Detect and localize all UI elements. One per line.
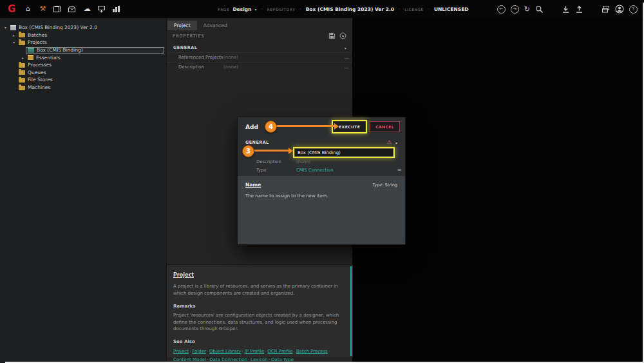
step-3-badge: 3: [242, 145, 254, 157]
folder-icon: [19, 41, 25, 45]
grooper-logo: G: [8, 3, 15, 15]
tree-item-queues[interactable]: Queues: [0, 69, 166, 77]
add-dialog: Add EXECUTE CANCEL GENERAL ⚠ ▾ Descripti…: [237, 117, 406, 245]
tree-item-label: Box (CMIS Binding 2023) Ver 2.0: [19, 25, 97, 30]
doc-see-also-heading: See Also: [173, 339, 343, 344]
license-value: UNLICENSED: [434, 6, 469, 12]
menu-icon[interactable]: ≡: [393, 167, 405, 173]
general-section-label: GENERAL: [173, 45, 197, 50]
history-forward-icon[interactable]: →: [511, 5, 519, 14]
tree-item-label: Box (CMIS Binding): [37, 47, 83, 53]
project-icon: [28, 48, 34, 53]
help-icon[interactable]: ?: [629, 5, 638, 14]
dialog-row-description[interactable]: Description (none): [238, 157, 405, 166]
expand-arrow-icon[interactable]: ▸: [11, 33, 17, 37]
tree-item-file-stores[interactable]: File Stores: [0, 76, 166, 84]
batches-icon[interactable]: [53, 5, 62, 13]
doc-intro: A project is a library of resources, and…: [173, 283, 343, 297]
dialog-row-type[interactable]: Type CMIS Connection ≡: [238, 166, 405, 174]
doc-see-also-links: ProjectFolderObject LibraryIP ProfileOCR…: [173, 348, 343, 363]
tree-item-projects[interactable]: ▾ Projects: [0, 39, 166, 46]
tree-item-label: Queues: [28, 70, 46, 75]
download-icon[interactable]: [562, 5, 570, 14]
step-3-arrow: [253, 150, 289, 152]
doc-link[interactable]: Batch Process: [296, 349, 331, 354]
tree-item-label: Batches: [28, 32, 47, 38]
tree-item-label: Processes: [28, 62, 52, 68]
ellipsis-button[interactable]: ...: [341, 55, 352, 60]
topbar: G ⌂ ⚒ ☁ PAGE Design ▾ · REPOSITORY · Box…: [0, 0, 644, 18]
package-icon: [28, 55, 33, 60]
ellipsis-button[interactable]: ...: [341, 64, 352, 70]
dialog-property-label: Type: [256, 168, 296, 173]
collapse-arrow-icon[interactable]: ▾: [345, 46, 346, 50]
page-label: PAGE: [218, 7, 229, 12]
doc-link[interactable]: Folder: [192, 349, 209, 354]
doc-link[interactable]: Object Library: [209, 349, 245, 354]
name-input[interactable]: [294, 148, 393, 157]
separator-dot: ·: [428, 6, 430, 12]
folder-icon: [19, 78, 25, 83]
dialog-title: Add: [245, 124, 258, 130]
general-section-header[interactable]: GENERAL ▾: [167, 43, 352, 52]
tree-item-batches[interactable]: ▸ Batches: [0, 32, 166, 39]
dialog-property-label: Description: [256, 159, 296, 164]
stats-chart-icon[interactable]: [112, 5, 121, 13]
separator-dot: ·: [299, 6, 301, 12]
property-row-description[interactable]: Description (none) ...: [167, 62, 352, 72]
home-icon[interactable]: ⌂: [23, 5, 32, 14]
tree-item-label: Projects: [28, 39, 47, 45]
chevron-down-icon[interactable]: ▾: [254, 7, 256, 12]
expand-arrow-icon[interactable]: ▾: [11, 40, 17, 44]
search-icon[interactable]: [535, 5, 544, 14]
history-back-icon[interactable]: ←: [497, 5, 506, 14]
doc-title: Project: [173, 272, 343, 278]
doc-link[interactable]: IP Profile: [245, 349, 268, 354]
design-tools-icon[interactable]: ⚒: [38, 5, 47, 14]
cloud-icon[interactable]: ☁: [82, 5, 91, 14]
property-label: Referenced Projects: [178, 55, 223, 60]
doc-remarks: Project 'resources' are configuration ob…: [173, 312, 343, 333]
collapse-arrow-icon[interactable]: ▾: [395, 141, 397, 145]
user-icon[interactable]: [615, 5, 624, 14]
page-selector[interactable]: Design: [232, 6, 251, 12]
tab-project[interactable]: Project: [167, 21, 197, 30]
type-value-link[interactable]: CMIS Connection: [296, 168, 393, 173]
upload-icon[interactable]: [575, 5, 583, 14]
tree-item-label: Essentials: [36, 55, 61, 61]
doc-link[interactable]: Project: [173, 349, 192, 354]
layers-icon[interactable]: [601, 5, 610, 14]
save-icon[interactable]: [328, 32, 336, 39]
tab-advanced[interactable]: Advanced: [197, 21, 234, 30]
properties-header: PROPERTIES: [167, 30, 352, 41]
tree-item-essentials[interactable]: ▸ Essentials: [0, 54, 166, 61]
folder-icon: [19, 33, 25, 37]
dialog-property-value: (none): [296, 159, 393, 164]
close-icon[interactable]: [339, 32, 346, 39]
tree-item-box-cmis-binding[interactable]: Box (CMIS Binding): [0, 46, 166, 54]
property-label: Description: [178, 64, 223, 70]
refresh-icon[interactable]: ↻: [524, 5, 530, 14]
license-label: LICENSE: [404, 7, 423, 12]
tree-item-processes[interactable]: Processes: [0, 61, 166, 69]
repository-label: REPOSITORY: [267, 7, 296, 12]
expand-arrow-icon[interactable]: ▸: [20, 55, 26, 60]
repository-icon: [10, 25, 16, 30]
step-4-badge: 4: [265, 121, 277, 133]
repository-value: Box (CMIS Binding 2023) Ver 2.0: [306, 6, 394, 12]
documentation-panel: Project A project is a library of resour…: [167, 264, 353, 357]
tree-item-repository-root[interactable]: ▾ Box (CMIS Binding 2023) Ver 2.0: [0, 24, 166, 32]
tree-item-label: File Stores: [28, 77, 53, 83]
dialog-general-section[interactable]: GENERAL ⚠ ▾: [238, 135, 405, 147]
topbar-nav-icons: ⌂ ⚒ ☁: [23, 5, 121, 14]
doc-link[interactable]: OCR Profile: [267, 349, 296, 354]
property-tabs: Project Advanced: [167, 18, 352, 30]
folder-icon: [19, 70, 25, 75]
expand-arrow-icon[interactable]: ▾: [3, 25, 8, 30]
properties-title: PROPERTIES: [173, 34, 205, 39]
property-row-referenced-projects[interactable]: Referenced Projects (none) ...: [167, 52, 352, 62]
cancel-button[interactable]: CANCEL: [370, 121, 400, 132]
tree-item-machines[interactable]: Machines: [0, 84, 166, 92]
imports-icon[interactable]: [97, 5, 106, 13]
archive-box-icon[interactable]: [68, 5, 77, 13]
